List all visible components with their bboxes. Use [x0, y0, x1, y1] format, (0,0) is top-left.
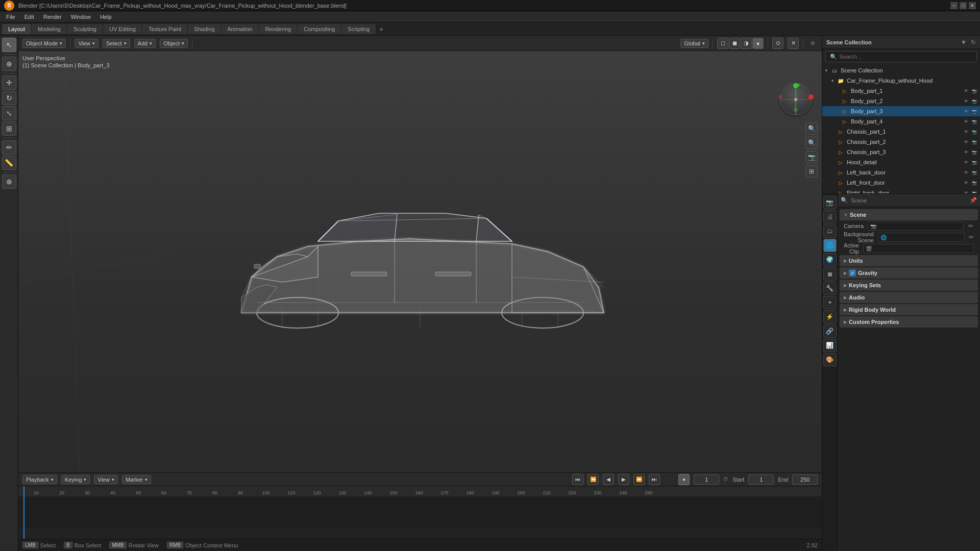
- play-btn[interactable]: ▶: [618, 474, 629, 485]
- zoom-out-icon[interactable]: 🔍: [805, 137, 818, 149]
- props-pin-icon[interactable]: 📌: [970, 197, 977, 204]
- prop-tab-material[interactable]: 🎨: [823, 353, 837, 366]
- render-icon-5[interactable]: 📷: [971, 128, 978, 135]
- prop-tab-render[interactable]: 📷: [823, 196, 837, 209]
- tool-annotate[interactable]: ✏: [2, 140, 16, 155]
- render-icon-4[interactable]: 📷: [971, 118, 978, 125]
- render-icon-10[interactable]: 📷: [971, 179, 978, 186]
- menu-help[interactable]: Help: [96, 13, 116, 21]
- marker-menu[interactable]: Marker: [122, 475, 151, 484]
- tree-car-file[interactable]: ▼ 📁 Car_Frame_Pickup_without_Hood: [822, 76, 980, 86]
- shade-rendered[interactable]: ●: [752, 38, 764, 49]
- shade-wire[interactable]: ◻: [717, 38, 728, 49]
- tree-body-part-1[interactable]: ▷ Body_part_1 👁 📷: [822, 86, 980, 96]
- timeline-view-menu[interactable]: View: [94, 475, 118, 484]
- visibility-icon-6[interactable]: 👁: [963, 138, 970, 145]
- props-search-area[interactable]: Scene: [851, 197, 967, 204]
- prop-tab-scene[interactable]: 🌐: [823, 239, 837, 252]
- render-icon-9[interactable]: 📷: [971, 169, 978, 176]
- xray-toggle[interactable]: ✕: [788, 38, 799, 49]
- tool-measure[interactable]: 📏: [2, 156, 16, 170]
- play-back-btn[interactable]: ◀: [603, 474, 614, 485]
- search-input[interactable]: [839, 54, 972, 60]
- tree-left-back-door[interactable]: ▷ Left_back_door 👁 📷: [822, 167, 980, 178]
- keying-menu[interactable]: Keying: [61, 475, 90, 484]
- ws-tab-compositing[interactable]: Compositing: [298, 24, 341, 34]
- camera-edit-btn[interactable]: ✏: [968, 222, 974, 230]
- timeline-content[interactable]: 10 20 30 40 50 60 70 80 90 100 110 120 1…: [18, 486, 822, 539]
- jump-end-btn[interactable]: ⏭: [649, 474, 660, 485]
- ws-tab-shading[interactable]: Shading: [188, 24, 220, 34]
- render-icon-1[interactable]: 📷: [971, 87, 978, 94]
- tree-chassis-1[interactable]: ▷ Chassis_part_1 👁 📷: [822, 127, 980, 137]
- step-back-btn[interactable]: ⏪: [587, 474, 599, 485]
- viewport-3d[interactable]: User Perspective (1) Scene Collection | …: [18, 51, 822, 472]
- visibility-icon-2[interactable]: 👁: [963, 97, 970, 105]
- current-frame-input[interactable]: [694, 474, 719, 485]
- tool-cursor[interactable]: ⊕: [2, 57, 16, 71]
- props-search-icon[interactable]: 🔍: [841, 197, 848, 204]
- ws-tab-texturepaint[interactable]: Texture Paint: [142, 24, 187, 34]
- prop-tab-world[interactable]: 🌍: [823, 253, 837, 266]
- visibility-icon-7[interactable]: 👁: [963, 148, 970, 156]
- ws-tab-animation[interactable]: Animation: [222, 24, 259, 34]
- ws-tab-modeling[interactable]: Modeling: [32, 24, 67, 34]
- object-menu[interactable]: Object: [160, 39, 188, 48]
- bg-scene-edit-btn[interactable]: ✏: [969, 233, 974, 241]
- prop-tab-physics[interactable]: ⚡: [823, 310, 837, 323]
- camera-slot[interactable]: 📷: [868, 221, 964, 231]
- outliner-sync-icon[interactable]: ↻: [971, 39, 976, 46]
- maximize-button[interactable]: □: [960, 2, 967, 9]
- visibility-icon-1[interactable]: 👁: [963, 87, 970, 94]
- menu-window[interactable]: Window: [67, 13, 95, 21]
- navigation-gizmo[interactable]: X Y -Y: [778, 82, 814, 117]
- render-icon-8[interactable]: 📷: [971, 159, 978, 166]
- keying-sets-header[interactable]: ▶ Keying Sets: [840, 280, 978, 291]
- add-menu[interactable]: Add: [134, 39, 156, 48]
- transform-dropdown[interactable]: Global: [680, 39, 708, 48]
- gizmo-sphere[interactable]: X Y -Y: [778, 82, 814, 117]
- tree-chassis-3[interactable]: ▷ Chassis_part_3 👁 📷: [822, 147, 980, 157]
- view-menu[interactable]: View: [75, 39, 99, 48]
- tool-move[interactable]: ✛: [2, 76, 16, 90]
- ws-tab-scripting[interactable]: Scripting: [341, 24, 376, 34]
- render-icon-6[interactable]: 📷: [971, 138, 978, 145]
- end-frame-input[interactable]: [792, 474, 818, 485]
- tree-right-back-door[interactable]: ▷ Right_back_door 👁 📷: [822, 188, 980, 193]
- shade-solid[interactable]: ◼: [729, 38, 740, 49]
- tool-rotate[interactable]: ↻: [2, 91, 16, 105]
- render-icon-3[interactable]: 📷: [971, 108, 978, 115]
- visibility-icon-9[interactable]: 👁: [963, 169, 970, 176]
- options-button[interactable]: ⚙: [807, 38, 818, 48]
- prop-tab-modifier[interactable]: 🔧: [823, 282, 837, 295]
- zoom-in-icon[interactable]: 🔍: [805, 122, 818, 135]
- visibility-icon-10[interactable]: 👁: [963, 179, 970, 186]
- grid-icon[interactable]: ⊞: [805, 165, 818, 178]
- tree-left-front-door[interactable]: ▷ Left_front_door 👁 📷: [822, 178, 980, 188]
- scene-section-header[interactable]: ▼ Scene: [840, 209, 978, 220]
- ws-tab-sculpting[interactable]: Sculpting: [67, 24, 103, 34]
- select-menu[interactable]: Select: [103, 39, 130, 48]
- ws-tab-uvediting[interactable]: UV Editing: [103, 24, 142, 34]
- render-icon-7[interactable]: 📷: [971, 148, 978, 156]
- render-icon-2[interactable]: 📷: [971, 97, 978, 105]
- tool-scale[interactable]: ⤡: [2, 106, 16, 120]
- tree-body-part-4[interactable]: ▷ Body_part_4 👁 📷: [822, 116, 980, 127]
- rigid-body-header[interactable]: ▶ Rigid Body World: [840, 304, 978, 315]
- prop-tab-particles[interactable]: ✦: [823, 296, 837, 309]
- mode-dropdown[interactable]: Object Mode: [22, 39, 66, 48]
- shade-material[interactable]: ◑: [741, 38, 752, 49]
- bg-scene-slot[interactable]: 🌐: [878, 233, 965, 242]
- ws-tab-layout[interactable]: Layout: [2, 24, 31, 34]
- gravity-section-header[interactable]: ▶ ✓ Gravity: [840, 267, 978, 279]
- overlay-toggle[interactable]: ⊙: [772, 38, 783, 49]
- units-section-header[interactable]: ▶ Units: [840, 255, 978, 266]
- menu-edit[interactable]: Edit: [20, 13, 38, 21]
- active-clip-slot[interactable]: 🎬: [863, 244, 974, 253]
- step-fwd-btn[interactable]: ⏩: [633, 474, 645, 485]
- render-icon-11[interactable]: 📷: [971, 189, 978, 193]
- prop-tab-output[interactable]: 🖨: [823, 210, 837, 223]
- ws-tab-rendering[interactable]: Rendering: [259, 24, 297, 34]
- tool-select[interactable]: ↖: [2, 38, 16, 52]
- tool-add[interactable]: ⊕: [2, 174, 16, 189]
